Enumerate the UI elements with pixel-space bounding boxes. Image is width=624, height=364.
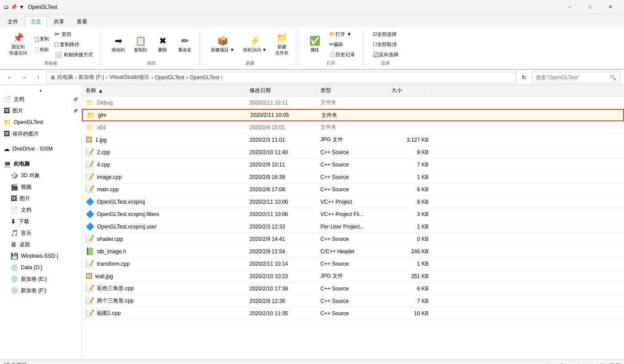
table-row[interactable]: 📁 glm 2020/2/11 10:05 文件夹 [82,109,624,121]
paste-shortcut-button[interactable]: ⬜ 粘贴快捷方式 [51,50,96,59]
sidebar-item-vole[interactable]: 💿 新加卷 (E:) [0,273,82,285]
select-all-button[interactable]: ☑ 全部选择 [370,30,402,39]
table-row[interactable]: 📝 image.cpp 2020/2/9 16:39 C++ Source 1 … [82,171,624,183]
sidebar-item-volf[interactable]: 💿 新加卷 (F:) [0,285,82,296]
sidebar-item-saved-pictures[interactable]: 🖼 保存的图片 [0,128,82,139]
sidebar-item-video[interactable]: 🎬 视频 [0,181,82,193]
sidebar-item-pic[interactable]: 🖼 图片 [0,193,82,204]
sidebar-item-documents[interactable]: 📄 文档 📌 [0,93,82,105]
minimize-button[interactable]: ─ [559,0,580,14]
back-button[interactable]: ← [4,72,16,83]
file-name-cell: 📝 贴图1.cpp [82,309,246,318]
col-header-size[interactable]: 大小 [388,85,432,96]
paste-button[interactable]: 📄 粘贴 [32,45,51,54]
table-row[interactable]: 📝 shader.cpp 2020/2/9 14:41 C++ Source 0… [82,233,624,245]
table-row[interactable]: 📝 transform.cpp 2020/2/11 10:14 C++ Sour… [82,258,624,270]
breadcrumb-opengl1[interactable]: OpenGLTest [155,74,184,81]
copy-button[interactable]: 📋 复制 [32,34,51,44]
new-item-button[interactable]: 📦 新建项目 ▼ [207,33,238,55]
sidebar-item-download[interactable]: ⬇ 下载 [0,216,82,227]
table-row[interactable]: 📁 x64 2020/2/9 15:01 文件夹 [82,121,624,134]
copy-to-button[interactable]: 📋 复制到 [130,33,151,55]
sidebar-item-pictures[interactable]: 🖼 图片 📌 [0,105,82,116]
sidebar-item-doc[interactable]: 📄 文档 [0,204,82,216]
forward-button[interactable]: → [18,72,30,83]
table-row[interactable]: 🔷 OpenGLTest.vcxproj.user 2020/2/3 12:33… [82,221,624,233]
sidebar-item-desktop[interactable]: 🖥 桌面 [0,239,82,250]
sidebar-doc-label: 文档 [21,206,31,214]
table-row[interactable]: 📝 2.cpp 2020/2/10 11:40 C++ Source 9 KB [82,146,624,159]
delete-icon: ✖ [159,35,167,46]
copy-path-button[interactable]: □ 复制路径 [51,39,96,49]
sidebar-item-thispc[interactable]: 💻 此电脑 [0,158,82,170]
table-row[interactable]: 📝 彩色三角形.cpp 2020/2/10 17:38 C++ Source 6… [82,283,624,295]
up-button[interactable]: ↑ [32,72,44,83]
edit-button[interactable]: ✏ 编辑 [326,40,358,49]
table-row[interactable]: 📁 Debug 2020/2/11 10:11 文件夹 [82,97,624,109]
status-link[interactable]: https://blog.csdn.net/qq_3... [548,363,608,364]
sidebar-item-windows-ssd[interactable]: 💾 Windows-SSD ( [0,250,82,262]
cut-button[interactable]: ✂ 剪切 [51,29,96,39]
table-row[interactable]: 📝 4.cpp 2020/2/9 10:11 C++ Source 7 KB [82,159,624,171]
status-right: https://blog.csdn.net/qq_3... ▤ ▦ [548,362,621,364]
table-row[interactable]: 📗 stb_image.h 2020/2/9 11:54 C/C++ Heade… [82,245,624,258]
new-folder-button[interactable]: 📁 新建文件夹 [271,30,292,58]
delete-button[interactable]: ✖ 删除 [152,33,173,55]
quick-access-pin[interactable]: 📌 [11,4,17,10]
refresh-button[interactable]: ↻ [518,72,530,83]
view-icons[interactable]: ▤ ▦ [609,362,620,364]
file-name-cell: 📝 彩色三角形.cpp [82,284,246,293]
col-header-type[interactable]: 类型 [317,85,388,96]
file-type: Per-User Project... [317,224,388,230]
col-type-label: 类型 [320,87,331,94]
easy-access-button[interactable]: ⚡ 轻松访问 ▼ [239,33,271,55]
file-name-cell: 📝 4.cpp [82,160,246,169]
sidebar-item-3d[interactable]: 🎲 3D 对象 [0,170,82,181]
invert-selection-button[interactable]: 🔄 反向选择 [370,50,402,59]
history-button[interactable]: 🕐 历史记录 [326,50,358,59]
table-row[interactable]: 📝 贴图1.cpp 2020/2/10 11:35 C++ Source 10 … [82,307,624,320]
clipboard-group: 📌 固定到快速访问 📋 复制 📄 粘贴 ✂ 剪切 [2,29,100,67]
file-name-cell: 📝 main.cpp [82,185,246,194]
breadcrumb-vs[interactable]: VisualStudio项目 [109,74,150,81]
open-button[interactable]: 📂 打开 ▼ [326,30,358,39]
pin-to-quickaccess-button[interactable]: 📌 固定到快速访问 [5,30,31,58]
search-box[interactable]: 🔍 [532,72,620,83]
rename-button[interactable]: ✏ 重命名 [174,33,195,55]
close-button[interactable]: ✕ [600,0,620,14]
breadcrumb-thispc[interactable]: 此电脑 [57,74,73,81]
new-buttons: 📦 新建项目 ▼ ⚡ 轻松访问 ▼ 📁 新建文件夹 [207,29,292,59]
tab-home[interactable]: 主页 [25,16,47,27]
address-path[interactable]: 🖥 此电脑 › 新加卷 (F:) › VisualStudio项目 › Open… [46,72,516,83]
sidebar-item-onedrive[interactable]: ☁ OneDrive - XIXM [0,143,82,155]
breadcrumb-opengl2[interactable]: OpenGLTest [190,74,219,81]
sidebar-item-opengltest[interactable]: 📁 OpenGLTest [0,116,82,128]
invert-label: 反向选择 [379,51,398,58]
table-row[interactable]: 🔷 OpenGLTest.vcxproj 2020/2/11 10:06 VC+… [82,196,624,208]
title-bar-arrow[interactable]: ▼ [19,4,24,10]
table-row[interactable]: 📝 两个三角形.cpp 2020/2/9 12:36 C++ Source 7 … [82,295,624,307]
sidebar-thispc-label: 此电脑 [14,160,30,168]
breadcrumb-newvol[interactable]: 新加卷 (F:) [78,74,104,81]
ribbon: 文件 主页 共享 查看 📌 固定到快速访问 📋 复制 📄 粘 [0,14,624,70]
maximize-button[interactable]: □ [580,0,600,14]
search-input[interactable] [536,74,608,81]
file-name: stb_image.h [97,248,126,255]
properties-button[interactable]: ✅ 属性 [304,33,325,55]
sidebar-item-music[interactable]: 🎵 音乐 [0,227,82,239]
ribbon-content: 📌 固定到快速访问 📋 复制 📄 粘贴 ✂ 剪切 [0,27,624,70]
tab-view[interactable]: 查看 [71,16,93,27]
select-none-button[interactable]: ☐ 全部取消 [370,40,402,49]
col-header-date[interactable]: 修改日期 [246,85,317,96]
table-row[interactable]: 🔷 OpenGLTest.vcxproj.filters 2020/2/11 1… [82,208,624,221]
move-to-button[interactable]: ➡ 移动到 [108,33,129,55]
file-name: OpenGLTest.vcxproj.user [97,224,157,230]
table-row[interactable]: 🖼 wall.jpg 2020/2/10 10:23 JPG 文件 251 KB [82,270,624,283]
table-row[interactable]: 📝 main.cpp 2020/2/6 17:08 C++ Source 6 K… [82,183,624,196]
file-name-cell: 🔷 OpenGLTest.vcxproj.user [82,222,246,231]
col-header-name[interactable]: 名称 ▲ [82,85,246,96]
table-row[interactable]: 🖼 1.jpg 2020/2/3 11:01 JPG 文件 3,127 KB [82,134,624,146]
sidebar-item-data[interactable]: 💿 Data (D:) [0,262,82,273]
tab-file[interactable]: 文件 [2,16,24,27]
tab-share[interactable]: 共享 [48,16,70,27]
